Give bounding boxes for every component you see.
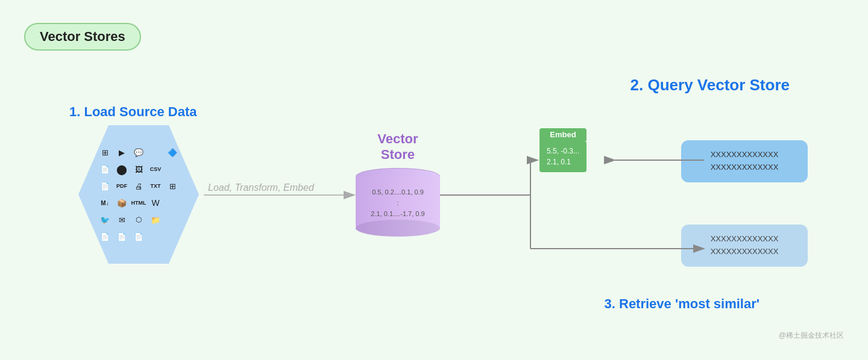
icon-notion: 🔷 xyxy=(166,146,179,159)
result-line1: XXXXXXXXXXXXX xyxy=(691,233,798,246)
icon-doc3: 📄 xyxy=(115,230,128,243)
icon-youtube: ▶ xyxy=(115,146,128,159)
source-data-hex: ⊞ ▶ 💬 🔷 📄 ⬤ 🖼 CSV 📄 PDF 🖨 TXT ⊞ M↓ 📦 xyxy=(78,125,199,264)
icon-blank5 xyxy=(166,230,179,243)
icon-email: ✉ xyxy=(115,213,128,226)
icon-blank xyxy=(166,163,179,176)
result-box: XXXXXXXXXXXXX XXXXXXXXXXXXX xyxy=(681,225,808,267)
icon-doc2: 📄 xyxy=(98,230,112,243)
load-source-label: 1. Load Source Data xyxy=(69,104,197,120)
icon-doc xyxy=(149,146,162,159)
embed-line1: 5.5, -0.3... xyxy=(547,146,579,157)
query-line2: XXXXXXXXXXXXX xyxy=(691,161,798,174)
icon-blank3 xyxy=(166,213,179,226)
icon-grid: ⊞ xyxy=(98,146,112,159)
icon-table: ⊞ xyxy=(166,179,179,193)
main-container: Vector Stores 1. Load Source Data 2. Que… xyxy=(12,11,856,348)
icon-w: W xyxy=(149,196,162,209)
query-line1: XXXXXXXXXXXXX xyxy=(691,149,798,161)
cylinder-data-text: 0.5, 0.2....0.1, 0.9 : 2.1, 0.1....-1.7,… xyxy=(371,187,424,219)
hex-shape: ⊞ ▶ 💬 🔷 📄 ⬤ 🖼 CSV 📄 PDF 🖨 TXT ⊞ M↓ 📦 xyxy=(78,125,199,264)
icon-html: HTML xyxy=(132,196,145,209)
icon-github: ⬤ xyxy=(115,163,128,176)
query-box: XXXXXXXXXXXXX XXXXXXXXXXXXX xyxy=(681,140,808,182)
watermark: @稀土掘金技术社区 xyxy=(779,331,844,341)
embed-line2: 2.1, 0.1 xyxy=(547,157,579,167)
embed-label: Embed xyxy=(539,128,587,141)
title-badge: Vector Stores xyxy=(24,23,141,51)
icon-box: 📦 xyxy=(115,196,128,209)
cylinder-bottom xyxy=(356,220,440,237)
icon-image: 🖼 xyxy=(132,163,145,176)
embed-container: Embed 5.5, -0.3... 2.1, 0.1 xyxy=(539,128,587,172)
icon-csv: CSV xyxy=(149,163,162,176)
query-vector-label: 2. Query Vector Store xyxy=(631,76,790,95)
source-icons-grid: ⊞ ▶ 💬 🔷 📄 ⬤ 🖼 CSV 📄 PDF 🖨 TXT ⊞ M↓ 📦 xyxy=(92,140,185,249)
arrow-label-text: Load, Transform, Embed xyxy=(208,182,314,193)
icon-folder: 📁 xyxy=(149,213,162,226)
icon-txt: TXT xyxy=(149,179,162,193)
icon-twitter: 🐦 xyxy=(98,213,112,226)
embed-box: 5.5, -0.3... 2.1, 0.1 xyxy=(539,141,587,172)
icon-blank4 xyxy=(149,230,162,243)
retrieve-label: 3. Retrieve 'most similar' xyxy=(605,296,760,312)
icon-pdf: PDF xyxy=(115,179,128,193)
vector-store-title: VectorStore xyxy=(377,131,418,163)
query-box-text: XXXXXXXXXXXXX XXXXXXXXXXXXX xyxy=(691,149,798,174)
icon-discord: 💬 xyxy=(132,146,145,159)
icon-blank2 xyxy=(166,196,179,209)
vector-store-cylinder: 0.5, 0.2....0.1, 0.9 : 2.1, 0.1....-1.7,… xyxy=(356,168,440,234)
icon-file2: 📄 xyxy=(98,179,112,193)
icon-md: M↓ xyxy=(98,196,112,209)
icon-doc4: 📄 xyxy=(132,230,145,243)
icon-file1: 📄 xyxy=(98,163,112,176)
icon-print: 🖨 xyxy=(132,179,145,193)
title-text: Vector Stores xyxy=(40,29,125,44)
icon-css: ⬡ xyxy=(132,213,145,226)
result-box-text: XXXXXXXXXXXXX XXXXXXXXXXXXX xyxy=(691,233,798,258)
result-line2: XXXXXXXXXXXXX xyxy=(691,246,798,258)
vector-store-container: VectorStore 0.5, 0.2....0.1, 0.9 : 2.1, … xyxy=(356,131,440,234)
